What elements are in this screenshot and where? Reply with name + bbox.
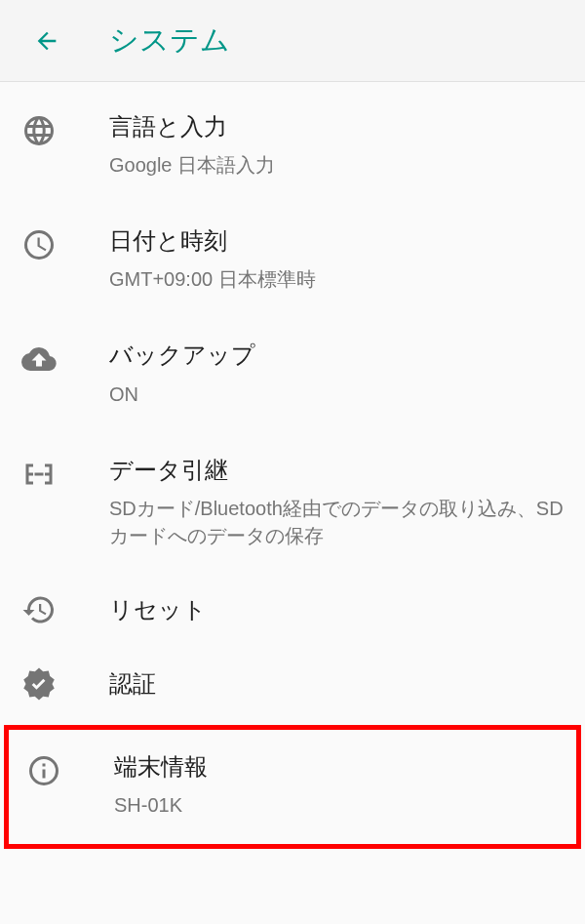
icon-slot [21,225,109,262]
icon-slot [21,666,109,702]
item-subtitle: Google 日本語入力 [109,151,564,179]
back-button[interactable] [23,18,70,64]
icon-slot [26,751,114,788]
info-icon [26,753,61,788]
arrow-back-icon [33,27,60,55]
list-item-backup[interactable]: バックアップ ON [0,316,585,430]
item-title: バックアップ [109,340,564,370]
icon-slot [21,340,109,377]
item-title: 日付と時刻 [109,225,564,256]
item-title: 端末情報 [114,751,559,782]
globe-icon [21,113,57,148]
icon-slot [21,455,109,492]
app-bar: システム [0,0,585,82]
text-slot: バックアップ ON [109,340,564,407]
list-item-about-phone[interactable]: 端末情報 SH-01K [9,730,576,844]
reset-icon [21,592,57,627]
text-slot: 端末情報 SH-01K [114,751,559,819]
text-slot: 日付と時刻 GMT+09:00 日本標準時 [109,225,564,293]
list-item-certification[interactable]: 認証 [0,647,585,721]
item-title: 認証 [109,668,564,699]
page-title: システム [109,20,230,60]
item-title: データ引継 [109,455,564,485]
item-title: 言語と入力 [109,111,564,141]
text-slot: 言語と入力 Google 日本語入力 [109,111,564,179]
data-transfer-icon [21,457,57,492]
clock-icon [21,227,57,262]
item-title: リセット [109,594,564,624]
item-subtitle: ON [109,381,564,408]
icon-slot [21,111,109,148]
text-slot: リセット [109,594,564,624]
item-subtitle: GMT+09:00 日本標準時 [109,265,564,293]
item-subtitle: SDカード/Bluetooth経由でのデータの取り込み、SDカードへのデータの保… [109,495,564,549]
settings-list: 言語と入力 Google 日本語入力 日付と時刻 GMT+09:00 日本標準時… [0,82,585,849]
highlight-annotation: 端末情報 SH-01K [4,725,581,849]
list-item-data-transfer[interactable]: データ引継 SDカード/Bluetooth経由でのデータの取り込み、SDカードへ… [0,431,585,573]
item-subtitle: SH-01K [114,791,559,819]
list-item-language-input[interactable]: 言語と入力 Google 日本語入力 [0,88,585,202]
list-item-reset[interactable]: リセット [0,573,585,647]
text-slot: 認証 [109,668,564,699]
list-item-date-time[interactable]: 日付と時刻 GMT+09:00 日本標準時 [0,202,585,316]
icon-slot [21,592,109,627]
text-slot: データ引継 SDカード/Bluetooth経由でのデータの取り込み、SDカードへ… [109,455,564,549]
verified-icon [21,666,57,702]
cloud-upload-icon [21,341,57,377]
